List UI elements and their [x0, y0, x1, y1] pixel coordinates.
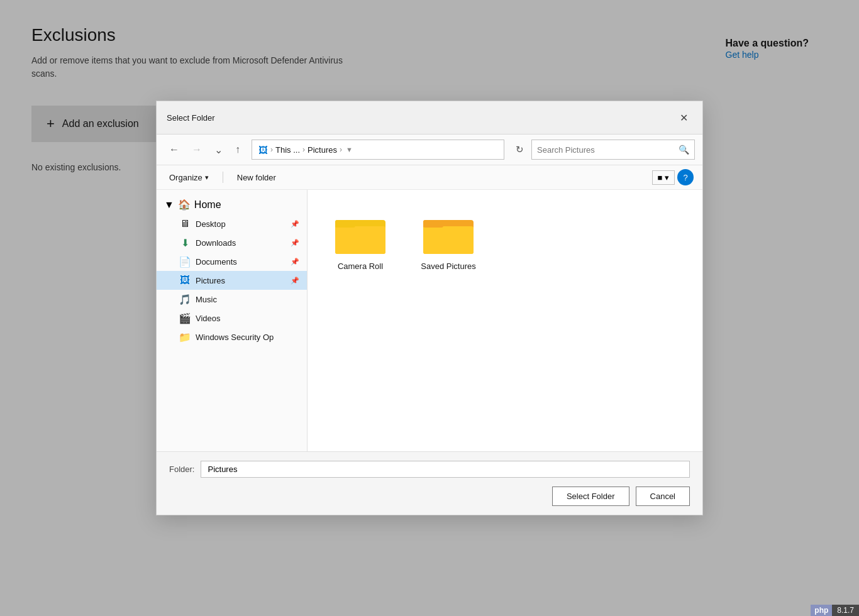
php-badge: php 8.1.7	[811, 605, 859, 616]
organize-button[interactable]: Organize ▾	[165, 170, 213, 185]
pictures-breadcrumb-icon: 🖼	[258, 145, 268, 155]
folder-value-input[interactable]	[201, 461, 690, 478]
dialog-body: ▼ 🏠 Home 🖥 Desktop 📌 ⬇ Downloads 📌	[157, 190, 702, 451]
sidebar-item-pictures[interactable]: 🖼 Pictures 📌	[157, 271, 307, 290]
desktop-icon: 🖥	[179, 218, 191, 229]
breadcrumb-pictures[interactable]: Pictures	[308, 145, 337, 155]
search-icon: 🔍	[679, 145, 689, 155]
windows-security-icon: 📁	[179, 331, 191, 343]
downloads-label: Downloads	[196, 238, 236, 248]
php-version: 8.1.7	[832, 605, 859, 616]
sidebar-item-desktop[interactable]: 🖥 Desktop 📌	[157, 214, 307, 233]
breadcrumb-sep-3: ›	[340, 145, 342, 154]
saved-pictures-folder-icon	[423, 211, 474, 256]
content-area: Camera Roll Saved Pictures	[308, 190, 702, 451]
videos-icon: 🎬	[179, 312, 191, 324]
back-button[interactable]: ←	[164, 141, 184, 158]
dialog-titlebar: Select Folder ✕	[157, 101, 702, 135]
videos-label: Videos	[196, 314, 221, 323]
downloads-icon: ⬇	[179, 237, 191, 248]
documents-label: Documents	[196, 257, 237, 267]
dialog-title-text: Select Folder	[167, 113, 215, 123]
pictures-icon: 🖼	[179, 275, 191, 286]
saved-pictures-label: Saved Pictures	[421, 261, 475, 271]
desktop-pin-icon: 📌	[291, 220, 299, 228]
refresh-button[interactable]: ↻	[511, 141, 529, 158]
organize-dropdown-arrow: ▾	[205, 173, 209, 182]
new-folder-button[interactable]: New folder	[233, 170, 280, 185]
select-folder-button[interactable]: Select Folder	[552, 487, 629, 506]
breadcrumb-sep-2: ›	[302, 145, 305, 154]
php-label: php	[811, 605, 832, 616]
footer-buttons: Select Folder Cancel	[169, 487, 690, 506]
recent-locations-button[interactable]: ⌄	[209, 141, 228, 159]
documents-icon: 📄	[179, 256, 191, 267]
sidebar-item-downloads[interactable]: ⬇ Downloads 📌	[157, 233, 307, 252]
sidebar-item-videos[interactable]: 🎬 Videos	[157, 309, 307, 327]
svg-rect-4	[423, 226, 474, 254]
home-expand-arrow: ▼	[164, 199, 174, 211]
view-buttons: ■ ▾ ?	[652, 169, 694, 185]
pictures-pin-icon: 📌	[291, 277, 299, 285]
breadcrumb-bar[interactable]: 🖼 › This ... › Pictures › ▼	[252, 140, 504, 160]
camera-roll-folder-icon	[335, 211, 385, 256]
folder-item-saved-pictures[interactable]: Saved Pictures	[411, 205, 486, 277]
pictures-label: Pictures	[196, 276, 225, 285]
folder-item-camera-roll[interactable]: Camera Roll	[323, 205, 398, 277]
dialog-overlay: Select Folder ✕ ← → ⌄ ↑ 🖼 › This ... › P…	[0, 0, 859, 616]
dialog-close-button[interactable]: ✕	[675, 109, 692, 126]
svg-rect-2	[335, 220, 355, 228]
sidebar-item-documents[interactable]: 📄 Documents 📌	[157, 252, 307, 271]
desktop-label: Desktop	[196, 219, 226, 229]
dialog-footer: Folder: Select Folder Cancel	[157, 451, 702, 515]
sidebar-item-music[interactable]: 🎵 Music	[157, 290, 307, 309]
music-icon: 🎵	[179, 294, 191, 305]
music-label: Music	[196, 295, 217, 304]
downloads-pin-icon: 📌	[291, 239, 299, 247]
help-button[interactable]: ?	[677, 169, 694, 185]
search-box: 🔍	[531, 140, 695, 160]
action-separator	[223, 172, 223, 183]
up-button[interactable]: ↑	[230, 141, 245, 158]
view-options-button[interactable]: ■ ▾	[652, 170, 675, 185]
sidebar: ▼ 🏠 Home 🖥 Desktop 📌 ⬇ Downloads 📌	[157, 190, 308, 451]
breadcrumb-this[interactable]: This ...	[275, 145, 300, 155]
select-folder-dialog: Select Folder ✕ ← → ⌄ ↑ 🖼 › This ... › P…	[156, 101, 703, 515]
breadcrumb-sep-1: ›	[270, 145, 273, 154]
forward-button[interactable]: →	[187, 141, 207, 158]
svg-rect-5	[423, 220, 443, 228]
breadcrumb-dropdown-arrow[interactable]: ▼	[346, 146, 353, 153]
windows-security-label: Windows Security Op	[196, 333, 274, 342]
home-label: Home	[194, 199, 221, 211]
camera-roll-label: Camera Roll	[338, 261, 383, 271]
folder-label-text: Folder:	[169, 465, 194, 474]
svg-rect-1	[335, 226, 385, 254]
cancel-button[interactable]: Cancel	[636, 487, 690, 506]
documents-pin-icon: 📌	[291, 258, 299, 266]
folder-row: Folder:	[169, 461, 690, 478]
dialog-toolbar: ← → ⌄ ↑ 🖼 › This ... › Pictures › ▼ ↻ 🔍	[157, 135, 702, 165]
sidebar-item-home[interactable]: ▼ 🏠 Home	[157, 195, 307, 214]
home-icon: 🏠	[178, 199, 191, 211]
action-bar: Organize ▾ New folder ■ ▾ ?	[157, 165, 702, 190]
search-input[interactable]	[537, 145, 679, 155]
sidebar-item-windows-security[interactable]: 📁 Windows Security Op	[157, 327, 307, 346]
